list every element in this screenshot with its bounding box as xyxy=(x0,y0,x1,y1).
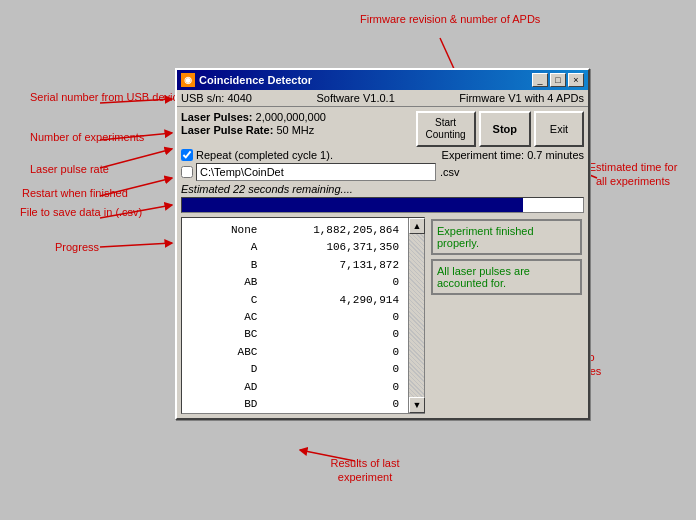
results-area[interactable]: None1,882,205,864A106,371,350B7,131,872A… xyxy=(182,218,408,413)
result-label: A xyxy=(187,240,261,255)
repeat-label: Repeat (completed cycle 1). xyxy=(196,149,333,161)
repeat-row: Repeat (completed cycle 1). Experiment t… xyxy=(181,149,584,161)
table-row: A106,371,350 xyxy=(187,240,403,255)
annotation-experiments: Number of experiments xyxy=(30,130,144,144)
title-bar: ◉ Coincidence Detector _ □ × xyxy=(177,70,588,90)
result-value: 0 xyxy=(263,275,403,290)
table-row: AC0 xyxy=(187,310,403,325)
result-value: 1,882,205,864 xyxy=(263,223,403,238)
close-button[interactable]: × xyxy=(568,73,584,87)
maximize-button[interactable]: □ xyxy=(550,73,566,87)
status-area: Experiment finished properly. All laser … xyxy=(429,217,584,414)
progress-bar-container xyxy=(181,197,584,213)
software-info: Software V1.0.1 xyxy=(316,92,394,104)
result-value: 0 xyxy=(263,362,403,377)
result-label: C xyxy=(187,293,261,308)
table-row: AB0 xyxy=(187,275,403,290)
usb-info: USB s/n: 4040 xyxy=(181,92,252,104)
title-bar-text: ◉ Coincidence Detector xyxy=(181,73,312,87)
info-bar: USB s/n: 4040 Software V1.0.1 Firmware V… xyxy=(177,90,588,107)
result-value: 0 xyxy=(263,397,403,412)
experiment-time: Experiment time: 0.7 minutes xyxy=(442,149,584,161)
laser-rate-row: Laser Pulse Rate: 50 MHz xyxy=(181,124,410,136)
title-bar-buttons: _ □ × xyxy=(532,73,584,87)
finished-status-text: Experiment finished properly. xyxy=(437,225,534,249)
annotation-laser-rate: Laser pulse rate xyxy=(30,162,109,176)
main-content-area: None1,882,205,864A106,371,350B7,131,872A… xyxy=(181,217,584,414)
result-value: 106,371,350 xyxy=(263,240,403,255)
result-label: B xyxy=(187,258,261,273)
main-window: ◉ Coincidence Detector _ □ × USB s/n: 40… xyxy=(175,68,590,420)
scrollbar-track[interactable] xyxy=(409,234,424,397)
scroll-up-button[interactable]: ▲ xyxy=(409,218,425,234)
scroll-down-button[interactable]: ▼ xyxy=(409,397,425,413)
laser-status-box: All laser pulses are accounted for. xyxy=(431,259,582,295)
result-value: 0 xyxy=(263,310,403,325)
laser-pulses-row: Laser Pulses: 2,000,000,000 xyxy=(181,111,410,123)
result-value: 4,290,914 xyxy=(263,293,403,308)
annotation-results: Results of last experiment xyxy=(305,456,425,485)
table-row: C4,290,914 xyxy=(187,293,403,308)
annotation-restart: Restart when finished xyxy=(22,186,128,200)
progress-bar-fill xyxy=(182,198,523,212)
results-table: None1,882,205,864A106,371,350B7,131,872A… xyxy=(185,221,405,413)
stop-button[interactable]: Stop xyxy=(479,111,531,147)
table-row: BD0 xyxy=(187,397,403,412)
result-label: AC xyxy=(187,310,261,325)
result-label: BC xyxy=(187,327,261,342)
file-path-input[interactable] xyxy=(196,163,436,181)
result-label: ABC xyxy=(187,345,261,360)
result-value: 7,131,872 xyxy=(263,258,403,273)
table-row: AD0 xyxy=(187,380,403,395)
result-label: D xyxy=(187,362,261,377)
table-row: ABC0 xyxy=(187,345,403,360)
annotation-serial: Serial number from USB device xyxy=(30,90,184,104)
table-row: None1,882,205,864 xyxy=(187,223,403,238)
table-row: BC0 xyxy=(187,327,403,342)
laser-rate-value: 50 MHz xyxy=(276,124,314,136)
minimize-button[interactable]: _ xyxy=(532,73,548,87)
result-value: 0 xyxy=(263,380,403,395)
table-row: B7,131,872 xyxy=(187,258,403,273)
window-content: Laser Pulses: 2,000,000,000 Laser Pulse … xyxy=(177,107,588,418)
app-icon: ◉ xyxy=(181,73,195,87)
annotation-file: File to save data in (.csv) xyxy=(20,205,142,219)
svg-line-2 xyxy=(100,149,172,168)
exit-button[interactable]: Exit xyxy=(534,111,584,147)
annotation-firmware: Firmware revision & number of APDs xyxy=(360,12,540,26)
csv-extension: .csv xyxy=(440,166,460,178)
file-checkbox[interactable] xyxy=(181,166,193,178)
result-label: AD xyxy=(187,380,261,395)
start-counting-button[interactable]: StartCounting xyxy=(416,111,476,147)
window-title: Coincidence Detector xyxy=(199,74,312,86)
file-row: .csv xyxy=(181,163,584,181)
laser-pulses-label: Laser Pulses: xyxy=(181,111,253,123)
progress-text: Estimated 22 seconds remaining.... xyxy=(181,183,584,195)
firmware-info: Firmware V1 with 4 APDs xyxy=(459,92,584,104)
svg-line-5 xyxy=(100,243,172,247)
usb-value: 4040 xyxy=(227,92,251,104)
result-label: AB xyxy=(187,275,261,290)
repeat-checkbox[interactable] xyxy=(181,149,193,161)
annotation-estimated-time: Estimated time for all experiments xyxy=(583,160,683,189)
result-value: 0 xyxy=(263,327,403,342)
laser-rate-label: Laser Pulse Rate: xyxy=(181,124,273,136)
annotation-progress: Progress xyxy=(55,240,99,254)
usb-label: USB s/n: xyxy=(181,92,224,104)
result-label: BD xyxy=(187,397,261,412)
result-value: 0 xyxy=(263,345,403,360)
laser-pulses-value: 2,000,000,000 xyxy=(256,111,326,123)
laser-status-text: All laser pulses are accounted for. xyxy=(437,265,530,289)
finished-status-box: Experiment finished properly. xyxy=(431,219,582,255)
table-row: D0 xyxy=(187,362,403,377)
repeat-checkbox-label[interactable]: Repeat (completed cycle 1). xyxy=(181,149,333,161)
result-label: None xyxy=(187,223,261,238)
